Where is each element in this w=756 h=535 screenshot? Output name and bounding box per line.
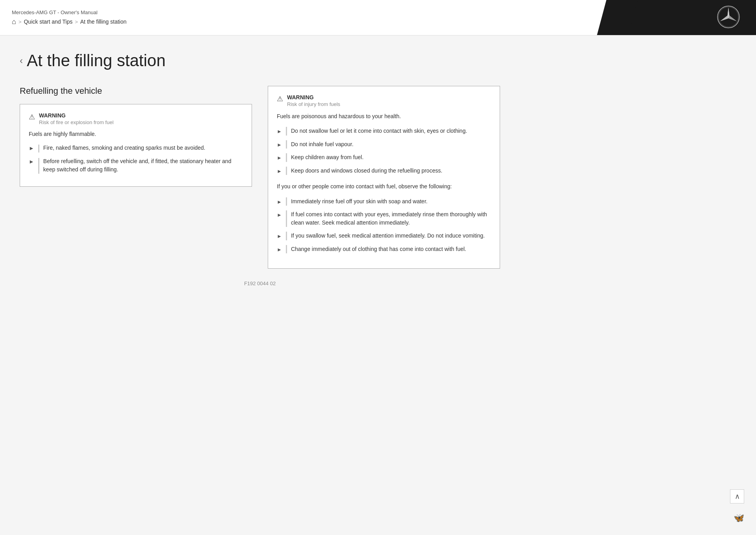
list-item: ► If you swallow fuel, seek medical atte…: [277, 232, 491, 240]
bullet-arrow-r5: ►: [277, 198, 282, 206]
breadcrumb: ⌂ > Quick start and Tips > At the fillin…: [12, 18, 610, 26]
list-item: ► Fire, naked flames, smoking and creati…: [29, 144, 243, 152]
list-item-text-1: Fire, naked flames, smoking and creating…: [43, 144, 206, 152]
list-item-text-r7: If you swallow fuel, seek medical attent…: [291, 232, 485, 240]
contact-para: If you or other people come into contact…: [277, 182, 491, 191]
list-item-text-2: Before refuelling, switch off the vehicl…: [43, 157, 243, 174]
bullet-bar-r1: [286, 127, 287, 136]
bullet-bar-2: [38, 158, 39, 174]
bullet-arrow-r8: ►: [277, 246, 282, 254]
warning-triangle-icon-1: ⚠: [29, 113, 35, 121]
bullet-arrow-2: ►: [29, 158, 34, 174]
bullet-bar-r6: [286, 210, 287, 227]
list-item: ► Keep doors and windows closed during t…: [277, 167, 491, 175]
back-chevron-icon[interactable]: ‹: [20, 55, 23, 66]
list-item-text-r1: Do not swallow fuel or let it come into …: [291, 127, 467, 135]
warning-subtitle-1: Risk of fire or explosion from fuel: [39, 119, 113, 125]
bullet-bar-r8: [286, 245, 287, 254]
mercedes-logo: [717, 5, 740, 30]
page-title: At the filling station: [27, 51, 166, 70]
main-content: ‹ At the filling station Refuelling the …: [0, 35, 520, 322]
warning-label-1: WARNING: [39, 112, 113, 119]
list-item: ► Before refuelling, switch off the vehi…: [29, 157, 243, 174]
butterfly-icon[interactable]: 🦋: [734, 513, 744, 523]
page-title-row: ‹ At the filling station: [20, 51, 500, 70]
list-item: ► Immediately rinse fuel off your skin w…: [277, 197, 491, 206]
scroll-top-button[interactable]: ∧: [730, 489, 744, 503]
manual-title: Mercedes-AMG GT - Owner's Manual: [12, 9, 610, 15]
page-header: Mercedes-AMG GT - Owner's Manual ⌂ > Qui…: [0, 0, 756, 35]
bullet-bar-r7: [286, 232, 287, 240]
warning-title-block-2: WARNING Risk of injury from fuels: [287, 94, 340, 107]
warning-list-fire: ► Fire, naked flames, smoking and creati…: [29, 144, 243, 174]
breadcrumb-quick-start[interactable]: Quick start and Tips: [24, 19, 72, 25]
warning-triangle-icon-2: ⚠: [277, 95, 283, 103]
list-item-text-r8: Change immediately out of clothing that …: [291, 245, 466, 253]
warning-header-injury: ⚠ WARNING Risk of injury from fuels: [277, 94, 491, 107]
bullet-arrow-r7: ►: [277, 232, 282, 240]
bullet-arrow-1: ►: [29, 144, 34, 152]
bullet-bar-r5: [286, 197, 287, 206]
warning-box-injury: ⚠ WARNING Risk of injury from fuels Fuel…: [268, 86, 500, 269]
bullet-bar-r4: [286, 167, 287, 175]
bullet-arrow-r4: ►: [277, 167, 282, 175]
right-column: ⚠ WARNING Risk of injury from fuels Fuel…: [268, 86, 500, 269]
list-item-text-r6: If fuel comes into contact with your eye…: [291, 210, 491, 227]
bullet-arrow-r3: ►: [277, 154, 282, 162]
left-column: Refuelling the vehicle ⚠ WARNING Risk of…: [20, 86, 252, 187]
scroll-top-icon: ∧: [735, 492, 740, 501]
list-section-1: ► Do not swallow fuel or let it come int…: [277, 127, 491, 175]
home-icon[interactable]: ⌂: [12, 18, 16, 26]
section-title-refuelling: Refuelling the vehicle: [20, 86, 252, 96]
breadcrumb-current: At the filling station: [80, 19, 127, 25]
list-item: ► Keep children away from fuel.: [277, 153, 491, 162]
bullet-bar-1: [38, 145, 39, 152]
header-logo-area: [622, 0, 756, 35]
breadcrumb-separator-1: >: [19, 19, 22, 25]
content-area: Refuelling the vehicle ⚠ WARNING Risk of…: [20, 86, 500, 269]
warning-label-2: WARNING: [287, 94, 340, 100]
bullet-bar-r2: [286, 140, 287, 149]
warning-intro-2: Fuels are poisonous and hazardous to you…: [277, 112, 491, 121]
bullet-arrow-r2: ►: [277, 141, 282, 149]
list-item-text-r5: Immediately rinse fuel off your skin wit…: [291, 197, 428, 206]
list-item-text-r3: Keep children away from fuel.: [291, 153, 363, 162]
list-item: ► Do not swallow fuel or let it come int…: [277, 127, 491, 136]
bullet-arrow-r6: ►: [277, 211, 282, 219]
page-footer: F192 0044 02: [20, 269, 500, 298]
footer-code: F192 0044 02: [244, 281, 276, 286]
breadcrumb-separator-2: >: [75, 19, 78, 25]
bullet-bar-r3: [286, 153, 287, 162]
warning-title-block-1: WARNING Risk of fire or explosion from f…: [39, 112, 113, 125]
bullet-arrow-r1: ►: [277, 128, 282, 136]
list-section-2: ► Immediately rinse fuel off your skin w…: [277, 197, 491, 254]
list-item: ► Do not inhale fuel vapour.: [277, 140, 491, 149]
list-item: ► Change immediately out of clothing tha…: [277, 245, 491, 254]
list-item: ► If fuel comes into contact with your e…: [277, 210, 491, 227]
warning-box-fire: ⚠ WARNING Risk of fire or explosion from…: [20, 104, 252, 187]
list-item-text-r2: Do not inhale fuel vapour.: [291, 140, 354, 149]
warning-header-fire: ⚠ WARNING Risk of fire or explosion from…: [29, 112, 243, 125]
warning-subtitle-2: Risk of injury from fuels: [287, 101, 340, 107]
header-left: Mercedes-AMG GT - Owner's Manual ⌂ > Qui…: [0, 0, 622, 35]
list-item-text-r4: Keep doors and windows closed during the…: [291, 167, 442, 175]
warning-intro-1: Fuels are highly flammable.: [29, 130, 243, 138]
